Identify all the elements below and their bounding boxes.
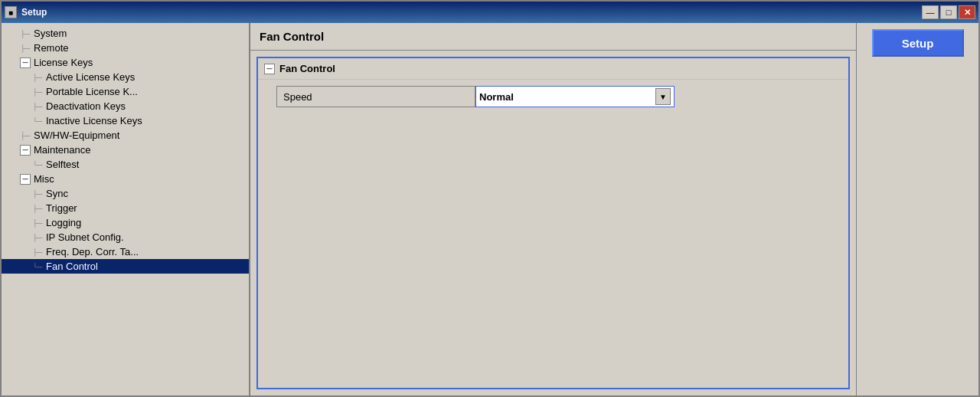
sidebar-item-label: SW/HW-Equipment bbox=[34, 130, 119, 141]
sidebar-item-label: Fan Control bbox=[46, 261, 98, 272]
window-body: ├─ System ├─ Remote ─ License Keys ├─ Ac… bbox=[2, 23, 978, 395]
speed-label: Speed bbox=[276, 86, 475, 107]
sidebar-item-label: Deactivation Keys bbox=[46, 100, 126, 112]
sidebar-item-ip-subnet-config[interactable]: ├─ IP Subnet Config. bbox=[2, 230, 249, 244]
sidebar-item-remote[interactable]: ├─ Remote bbox=[2, 41, 249, 55]
sidebar-item-active-license-keys[interactable]: ├─ Active License Keys bbox=[2, 70, 249, 84]
sidebar-item-label: Freq. Dep. Corr. Ta... bbox=[46, 246, 139, 258]
fan-control-title: Fan Control bbox=[279, 63, 335, 74]
sidebar-item-label: Trigger bbox=[46, 202, 77, 214]
sidebar: ├─ System ├─ Remote ─ License Keys ├─ Ac… bbox=[2, 23, 250, 395]
sidebar-item-logging[interactable]: ├─ Logging bbox=[2, 215, 249, 230]
connector-icon: ├─ bbox=[20, 130, 31, 141]
sidebar-item-trigger[interactable]: ├─ Trigger bbox=[2, 201, 249, 215]
sidebar-item-label: Portable License K... bbox=[46, 86, 138, 97]
close-button[interactable]: ✕ bbox=[959, 5, 975, 19]
dropdown-arrow-icon[interactable]: ▼ bbox=[655, 88, 671, 105]
connector-icon: ├─ bbox=[32, 232, 43, 243]
title-bar-left: ■ Setup bbox=[5, 6, 47, 18]
window-title: Setup bbox=[21, 7, 47, 18]
connector-icon: ├─ bbox=[20, 43, 31, 54]
expand-minus-icon[interactable]: ─ bbox=[264, 64, 275, 74]
expand-icon[interactable]: ─ bbox=[20, 174, 31, 185]
fan-control-body: Speed Normal ▼ bbox=[258, 80, 848, 107]
title-bar: ■ Setup — □ ✕ bbox=[2, 2, 978, 23]
connector-icon: └─ bbox=[32, 261, 43, 272]
connector-icon: ├─ bbox=[20, 28, 31, 39]
title-bar-buttons: — □ ✕ bbox=[922, 5, 975, 19]
minimize-button[interactable]: — bbox=[922, 5, 939, 19]
expand-icon[interactable]: ─ bbox=[20, 145, 31, 156]
connector-icon: ├─ bbox=[32, 87, 43, 97]
fan-control-panel: ─ Fan Control Speed Normal ▼ bbox=[256, 57, 850, 389]
connector-icon: └─ bbox=[32, 159, 43, 170]
sidebar-item-label: License Keys bbox=[34, 57, 93, 68]
connector-icon: ├─ bbox=[32, 203, 43, 214]
sidebar-item-maintenance[interactable]: ─ Maintenance bbox=[2, 143, 249, 157]
content-header: Fan Control bbox=[250, 23, 856, 51]
speed-dropdown[interactable]: Normal ▼ bbox=[479, 88, 671, 105]
connector-icon: ├─ bbox=[32, 218, 43, 228]
speed-value-cell[interactable]: Normal ▼ bbox=[475, 86, 675, 107]
speed-row: Speed Normal ▼ bbox=[276, 86, 675, 107]
sidebar-item-license-keys[interactable]: ─ License Keys bbox=[2, 55, 249, 70]
sidebar-item-sync[interactable]: ├─ Sync bbox=[2, 186, 249, 201]
sidebar-item-label: IP Subnet Config. bbox=[46, 231, 124, 243]
sidebar-item-label: Selftest bbox=[46, 159, 79, 170]
speed-value: Normal bbox=[479, 91, 514, 103]
expand-icon[interactable]: ─ bbox=[20, 57, 31, 68]
sidebar-item-label: Active License Keys bbox=[46, 71, 135, 83]
sidebar-item-misc[interactable]: ─ Misc bbox=[2, 172, 249, 186]
sidebar-item-label: Remote bbox=[34, 42, 69, 54]
main-content: Fan Control ─ Fan Control Speed Normal bbox=[250, 23, 856, 395]
main-window: ■ Setup — □ ✕ ├─ System ├─ Remote ─ bbox=[0, 0, 980, 397]
sidebar-item-portable-license-keys[interactable]: ├─ Portable License K... bbox=[2, 84, 249, 99]
sidebar-item-fan-control[interactable]: └─ Fan Control bbox=[2, 259, 249, 274]
sidebar-item-swhw-equipment[interactable]: ├─ SW/HW-Equipment bbox=[2, 128, 249, 143]
content-area: ─ Fan Control Speed Normal ▼ bbox=[250, 51, 856, 395]
sidebar-item-freq-dep-corr-ta[interactable]: ├─ Freq. Dep. Corr. Ta... bbox=[2, 244, 249, 259]
connector-icon: ├─ bbox=[32, 72, 43, 83]
sidebar-item-inactive-license-keys[interactable]: └─ Inactive License Keys bbox=[2, 113, 249, 128]
sidebar-item-label: Maintenance bbox=[34, 144, 90, 156]
sidebar-item-deactivation-keys[interactable]: ├─ Deactivation Keys bbox=[2, 99, 249, 113]
sidebar-item-label: Inactive License Keys bbox=[46, 115, 142, 126]
fan-control-header: ─ Fan Control bbox=[258, 58, 848, 80]
content-title: Fan Control bbox=[260, 30, 324, 43]
sidebar-item-system[interactable]: ├─ System bbox=[2, 26, 249, 41]
connector-icon: ├─ bbox=[32, 247, 43, 258]
sidebar-item-label: Sync bbox=[46, 188, 68, 199]
connector-icon: ├─ bbox=[32, 101, 43, 112]
setup-button[interactable]: Setup bbox=[872, 29, 964, 57]
maximize-button[interactable]: □ bbox=[940, 5, 957, 19]
sidebar-item-label: Logging bbox=[46, 217, 81, 228]
right-panel: Setup bbox=[856, 23, 978, 395]
window-icon: ■ bbox=[5, 6, 17, 18]
connector-icon: └─ bbox=[32, 116, 43, 126]
sidebar-item-selftest[interactable]: └─ Selftest bbox=[2, 157, 249, 172]
sidebar-item-label: System bbox=[34, 28, 67, 39]
connector-icon: ├─ bbox=[32, 189, 43, 199]
sidebar-item-label: Misc bbox=[34, 173, 54, 185]
